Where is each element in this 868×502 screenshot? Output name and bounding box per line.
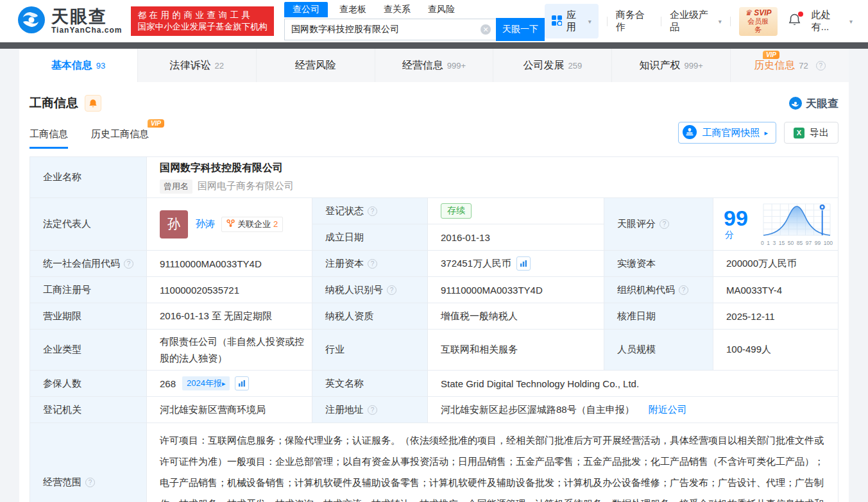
vip-badge: VIP <box>148 119 164 128</box>
related-count: 2 <box>273 219 278 229</box>
export-label: 导出 <box>810 127 829 139</box>
nav-business-cooperation[interactable]: 商务合作 <box>616 9 652 33</box>
label-business-scope: 经营范围? <box>30 423 147 502</box>
search-tab-risk[interactable]: 查风险 <box>428 4 455 15</box>
search-input[interactable] <box>284 19 496 40</box>
value-taxpayer-quality: 增值税一般纳税人 <box>428 303 604 330</box>
top-header: 天眼查 TianYanCha.com 都在用的商业查询工具 国家中小企业发展子基… <box>0 0 868 42</box>
value-registered-capital: 372451万人民币 <box>428 251 604 277</box>
help-icon[interactable]: ? <box>660 219 669 229</box>
label-org-code: 组织机构代码? <box>604 277 713 303</box>
label-text: 经营范围 <box>43 476 81 489</box>
label-registered-capital: 注册资本? <box>312 251 428 277</box>
search-area: 查公司 查老板 查关系 查风险 ✕ 天眼一下 <box>284 1 545 41</box>
value-legal-representative: 孙 孙涛 关联企业 2 <box>147 198 312 251</box>
help-icon[interactable]: ? <box>368 405 377 415</box>
apps-grid-icon <box>552 15 562 28</box>
value-org-code: MA0033TY-4 <box>713 277 838 303</box>
tab-operational-risk[interactable]: 经营风险 <box>257 49 375 82</box>
help-icon[interactable]: ? <box>368 259 377 269</box>
notification-dot <box>798 12 803 17</box>
snapshot-label: 工商官网快照 <box>702 127 760 139</box>
chevron-down-icon: ▾ <box>588 18 591 25</box>
business-scope-text: 许可项目：互联网信息服务；保险代理业务；认证服务。（依法须经批准的项目，经相关部… <box>160 430 825 502</box>
label-text: 登记状态 <box>325 205 364 217</box>
status-badge: 存续 <box>441 203 472 219</box>
account-menu[interactable]: 此处有... ▾ <box>812 9 853 33</box>
annual-report-badge[interactable]: 2024年报 ▸ <box>182 376 230 390</box>
label-company-type: 企业类型 <box>30 330 147 371</box>
label-legal-representative: 法定代表人 <box>30 198 147 251</box>
registered-capital: 372451万人民币 <box>441 258 511 270</box>
label-english-name: 英文名称 <box>312 371 428 397</box>
value-company-name: 国网数字科技控股有限公司 曾用名 国网电子商务有限公司 <box>147 157 838 198</box>
tab-company-development[interactable]: 公司发展259 <box>493 49 612 82</box>
export-button[interactable]: X 导出 <box>784 122 838 144</box>
clear-search-icon[interactable]: ✕ <box>481 24 491 35</box>
crown-icon: ♛ <box>745 8 752 17</box>
logo-swirl-icon <box>17 5 46 37</box>
insured-chart-icon[interactable] <box>235 376 249 390</box>
related-companies-badge[interactable]: 关联企业 2 <box>221 217 283 232</box>
monitor-bell-icon[interactable] <box>85 95 101 112</box>
tab-intellectual-property[interactable]: 知识产权999+ <box>612 49 731 82</box>
subtab-history-business-info[interactable]: 历史工商信息 VIP <box>91 128 149 149</box>
header-divider-strip <box>0 42 868 49</box>
help-icon[interactable]: ? <box>124 259 133 269</box>
avatar[interactable]: 孙 <box>160 210 188 238</box>
label-registration-number: 工商注册号 <box>30 277 147 303</box>
tab-business-info[interactable]: 经营信息999+ <box>375 49 494 82</box>
label-text: 纳税人识别号 <box>325 284 383 296</box>
svip-sublabel: 会员服务 <box>745 17 772 34</box>
former-name-badge: 曾用名 <box>160 180 192 194</box>
help-icon[interactable]: ? <box>387 285 396 295</box>
label-text: 注册资本 <box>325 258 364 270</box>
label-text: 注册地址 <box>325 404 364 416</box>
tab-legal-proceedings[interactable]: 法律诉讼22 <box>138 49 257 82</box>
tianyancha-logo[interactable]: 天眼查 TianYanCha.com <box>17 5 122 37</box>
legal-rep-link[interactable]: 孙涛 <box>196 218 215 230</box>
value-registration-number: 110000020535721 <box>147 277 312 303</box>
tab-label: 经营风险 <box>295 59 336 72</box>
label-staff-size: 人员规模 <box>604 330 713 371</box>
svip-membership-button[interactable]: ♛ SVIP 会员服务 <box>739 7 778 36</box>
subtab-business-info[interactable]: 工商信息 <box>30 128 68 149</box>
capital-chart-icon[interactable] <box>516 256 531 271</box>
help-icon[interactable]: ? <box>85 478 95 487</box>
label-taxpayer-id: 纳税人识别号? <box>312 277 428 303</box>
header-right: 应用 ▾ 商务合作 企业级产品 ▾ ♛ SVIP 会员服务 此处有... ▾ <box>545 4 853 38</box>
value-taxpayer-id: 91110000MA0033TY4D <box>428 277 604 303</box>
value-tianyan-score[interactable]: 99分 01315508 <box>713 198 838 251</box>
search-tabs: 查公司 查老板 查关系 查风险 <box>284 1 545 18</box>
label-taxpayer-quality: 纳税人资质 <box>312 303 428 330</box>
value-registration-authority: 河北雄安新区营商环境局 <box>147 397 312 423</box>
official-snapshot-button[interactable]: 工商官网快照 ▸ <box>678 122 776 144</box>
help-icon[interactable]: ? <box>679 285 688 295</box>
label-tianyan-score: 天眼评分? <box>604 198 713 251</box>
company-name: 国网数字科技控股有限公司 <box>160 162 283 175</box>
account-name: 此处有... <box>812 9 846 33</box>
nav-enterprise-products[interactable]: 企业级产品 ▾ <box>670 9 722 33</box>
nearby-companies-link[interactable]: 附近公司 <box>649 404 687 416</box>
tab-count: 999+ <box>685 61 703 71</box>
subtab-label: 历史工商信息 <box>91 128 149 139</box>
search-tab-boss[interactable]: 查老板 <box>339 4 366 15</box>
tab-basic-info[interactable]: 基本信息93 <box>19 49 138 82</box>
tab-history-info[interactable]: VIP 历史信息72 ? <box>731 49 849 82</box>
notifications-bell-icon[interactable] <box>788 13 801 29</box>
apps-menu-button[interactable]: 应用 ▾ <box>545 4 599 38</box>
promo-banner: 都在用的商业查询工具 国家中小企业发展子基金旗下机构 <box>131 6 274 36</box>
search-button[interactable]: 天眼一下 <box>496 18 545 41</box>
divider <box>730 17 731 26</box>
promo-line2: 国家中小企业发展子基金旗下机构 <box>137 21 268 33</box>
help-icon[interactable]: ? <box>816 61 826 71</box>
apps-label: 应用 <box>566 9 584 33</box>
watermark-logo: 天眼查 <box>788 96 838 111</box>
help-icon[interactable]: ? <box>368 206 377 216</box>
search-tab-company[interactable]: 查公司 <box>284 2 328 17</box>
search-tab-relation[interactable]: 查关系 <box>384 4 411 15</box>
value-registered-address: 河北雄安新区起步区渥城路88号（自主申报） 附近公司 <box>428 397 838 423</box>
business-info-table: 企业名称 国网数字科技控股有限公司 曾用名 国网电子商务有限公司 法定代表人 孙… <box>30 156 838 502</box>
divider <box>661 17 661 26</box>
value-business-term: 2016-01-13 至 无固定期限 <box>147 303 312 330</box>
